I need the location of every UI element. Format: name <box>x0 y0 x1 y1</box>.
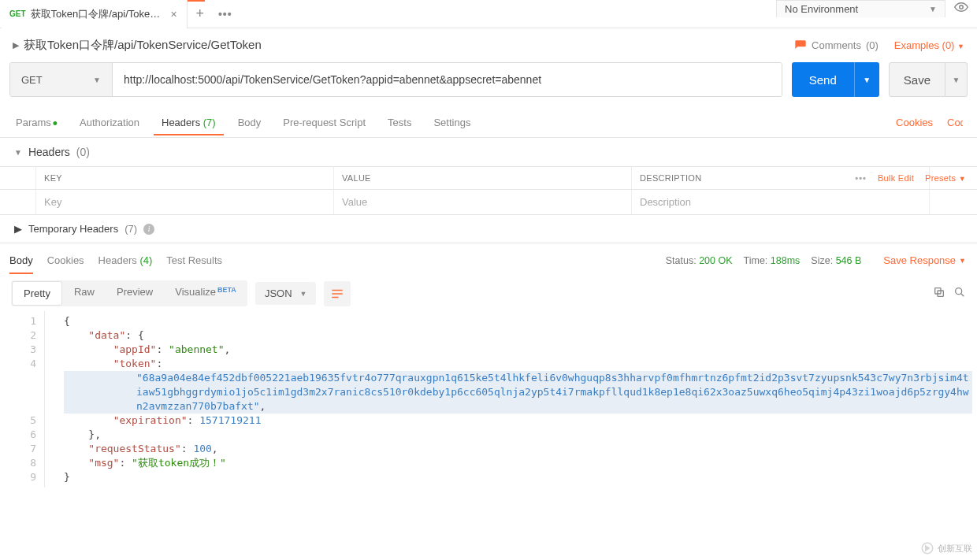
environment-select[interactable]: No Environment ▼ <box>776 0 945 17</box>
tab-params-label: Params <box>16 117 51 128</box>
comments-label: Comments <box>812 39 861 51</box>
headers-section-title: Headers <box>28 146 70 158</box>
examples-count: (0) <box>942 39 955 51</box>
examples-label: Examples <box>894 39 939 51</box>
add-tab-icon[interactable]: + <box>188 2 213 27</box>
tab-settings[interactable]: Settings <box>432 110 472 135</box>
url-input[interactable] <box>113 63 782 96</box>
tab-title: 获取Token口令牌/api/TokenSer... <box>31 7 165 21</box>
size-label: Size: <box>811 255 833 266</box>
beta-badge: BETA <box>217 286 236 294</box>
tab-tests[interactable]: Tests <box>386 110 413 135</box>
tab-headers-label: Headers <box>162 117 200 128</box>
view-visualize[interactable]: VisualizeBETA <box>164 280 247 306</box>
tab-params[interactable]: Params• <box>14 110 59 135</box>
comment-icon <box>794 39 807 52</box>
tab-pre-request[interactable]: Pre-request Script <box>281 110 367 135</box>
status-value: 200 OK <box>699 255 732 266</box>
collapse-icon[interactable]: ▶ <box>13 40 19 50</box>
temporary-headers-toggle[interactable]: ▶ Temporary Headers (7) i <box>0 215 977 243</box>
kv-more-icon[interactable]: ••• <box>855 173 867 183</box>
info-icon[interactable]: i <box>143 224 154 235</box>
examples-link[interactable]: Examples (0) ▼ <box>894 39 964 51</box>
response-tab-body[interactable]: Body <box>9 251 33 269</box>
svg-line-7 <box>961 293 964 296</box>
http-method-select[interactable]: GET ▼ <box>10 63 113 96</box>
kv-col-value: VALUE <box>334 167 632 189</box>
chevron-right-icon: ▶ <box>14 223 22 235</box>
response-tab-headers[interactable]: Headers (4) <box>98 251 153 269</box>
time-label: Time: <box>744 255 768 266</box>
kv-col-key: KEY <box>36 167 334 189</box>
format-label: JSON <box>265 287 292 299</box>
view-pretty[interactable]: Pretty <box>12 281 62 306</box>
tab-headers[interactable]: Headers (7) <box>160 110 217 135</box>
chevron-down-icon: ▼ <box>300 290 307 298</box>
response-tab-cookies[interactable]: Cookies <box>47 251 84 269</box>
http-method-label: GET <box>21 74 43 86</box>
header-key-input[interactable] <box>44 196 325 208</box>
view-raw[interactable]: Raw <box>63 280 106 306</box>
size-value: 546 B <box>836 255 862 266</box>
environment-selected: No Environment <box>785 3 858 15</box>
temporary-headers-title: Temporary Headers <box>28 223 118 235</box>
response-body[interactable]: 1 2 3 4 5 6 7 8 9 { "data": { "appId": "… <box>0 311 977 495</box>
response-tab-headers-count: (4) <box>139 254 152 266</box>
comments-count: (0) <box>866 39 879 51</box>
time-value: 188ms <box>771 255 801 266</box>
wrap-lines-button[interactable] <box>324 281 351 306</box>
watermark: 创新互联 <box>920 541 972 555</box>
chevron-down-icon: ▼ <box>959 257 966 265</box>
tab-authorization[interactable]: Authorization <box>78 110 141 135</box>
search-icon[interactable] <box>953 286 966 302</box>
save-response-label: Save Response <box>883 254 956 266</box>
tab-headers-count: (7) <box>203 117 216 128</box>
request-tab[interactable]: GET 获取Token口令牌/api/TokenSer... × <box>2 0 188 28</box>
presets-link[interactable]: Presets ▼ <box>925 173 966 183</box>
chevron-down-icon: ▼ <box>957 43 964 50</box>
svg-point-0 <box>960 6 964 9</box>
close-icon[interactable]: × <box>169 8 179 20</box>
headers-section-count: (0) <box>76 146 90 158</box>
presets-label: Presets <box>925 173 956 183</box>
chevron-down-icon: ▼ <box>14 148 22 157</box>
save-response-button[interactable]: Save Response ▼ <box>875 254 966 266</box>
temporary-headers-count: (7) <box>124 223 137 235</box>
chevron-down-icon: ▼ <box>929 5 937 13</box>
comments-link[interactable]: Comments (0) <box>794 39 879 52</box>
tab-menu-icon[interactable]: ••• <box>213 2 238 27</box>
view-mode-segment: Pretty Raw Preview VisualizeBETA <box>11 280 247 306</box>
response-tab-headers-label: Headers <box>98 254 137 266</box>
line-gutter: 1 2 3 4 5 6 7 8 9 <box>0 311 44 488</box>
params-dirty-indicator-icon: • <box>53 121 58 126</box>
headers-section-toggle[interactable]: ▼ Headers (0) <box>0 138 977 166</box>
format-select[interactable]: JSON ▼ <box>255 282 317 305</box>
cookies-link[interactable]: Cookies <box>896 117 933 128</box>
svg-point-6 <box>956 287 962 294</box>
environment-quicklook-icon[interactable] <box>952 0 971 17</box>
save-options-button[interactable]: ▼ <box>945 62 968 97</box>
send-button[interactable]: Send <box>792 62 854 97</box>
header-description-input[interactable] <box>640 196 921 208</box>
response-tab-test-results[interactable]: Test Results <box>166 251 222 269</box>
header-value-input[interactable] <box>342 196 623 208</box>
wrap-icon <box>330 287 344 301</box>
tab-method-label: GET <box>9 9 26 18</box>
bulk-edit-link[interactable]: Bulk Edit <box>878 173 914 183</box>
view-visualize-label: Visualize <box>175 286 216 298</box>
breadcrumb: 获取Token口令牌/api/TokenService/GetToken <box>24 38 262 53</box>
send-options-button[interactable]: ▼ <box>854 62 879 97</box>
status-label: Status: <box>666 255 697 266</box>
chevron-down-icon: ▼ <box>93 76 101 84</box>
code-link[interactable]: Code <box>947 117 963 128</box>
tab-body[interactable]: Body <box>236 110 263 135</box>
view-preview[interactable]: Preview <box>106 280 164 306</box>
save-button[interactable]: Save <box>889 62 945 97</box>
copy-icon[interactable] <box>933 286 945 302</box>
chevron-down-icon: ▼ <box>959 175 966 183</box>
